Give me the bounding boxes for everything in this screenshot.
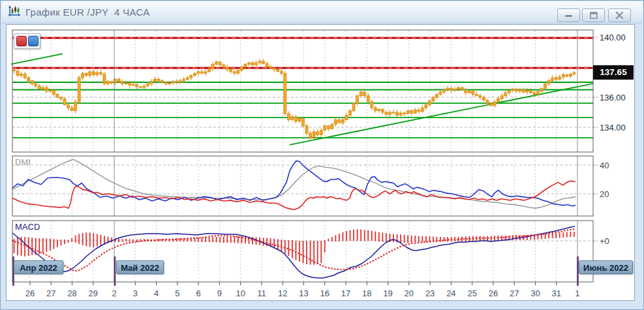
blue-marker-button[interactable] xyxy=(28,36,38,46)
x-axis-day-label: 6 xyxy=(189,288,207,298)
dmi-scale-label: 20 xyxy=(600,189,609,199)
x-axis-day-label: 30 xyxy=(526,288,544,298)
dmi-panel-label: DMI xyxy=(15,157,31,167)
x-axis-day-label: 24 xyxy=(442,288,460,298)
dmi-scale-label: 40 xyxy=(600,161,609,170)
x-axis-day-label: 20 xyxy=(400,288,418,298)
red-marker-button[interactable] xyxy=(16,36,27,46)
x-axis-day-label: 2 xyxy=(105,288,123,298)
x-axis-day-label: 31 xyxy=(547,288,566,298)
price-scale-label: 136.00 xyxy=(600,93,626,102)
x-axis-day-label: 29 xyxy=(84,288,102,298)
x-axis-day-label: 16 xyxy=(316,288,334,298)
chart-window: График EUR /JPY 4 ЧАСА 140.00136.00134.0… xyxy=(0,0,644,310)
x-axis-day-label: 13 xyxy=(294,288,313,298)
month-label-april: Апр 2022 xyxy=(14,260,63,274)
month-label-may: Май 2022 xyxy=(116,260,164,274)
x-axis-day-label: 17 xyxy=(337,288,355,298)
x-axis-day-label: 26 xyxy=(484,288,502,298)
x-axis-day-label: 23 xyxy=(421,288,439,298)
macd-panel-label: MACD xyxy=(15,222,40,232)
x-axis-day-label: 4 xyxy=(147,288,166,298)
x-axis-day-label: 3 xyxy=(126,288,144,298)
x-axis-day-label: 1 xyxy=(568,288,587,298)
x-axis-day-label: 25 xyxy=(463,288,482,298)
x-axis-day-label: 19 xyxy=(379,288,397,298)
x-axis-day-label: 18 xyxy=(358,288,376,298)
x-axis-day-label: 26 xyxy=(21,288,39,298)
x-axis-day-label: 11 xyxy=(253,288,271,298)
price-scale-label: 134.00 xyxy=(600,123,626,132)
x-axis-day-label: 27 xyxy=(42,288,60,298)
current-price-badge: 137.65 xyxy=(593,65,634,80)
x-axis-day-label: 9 xyxy=(210,288,228,298)
x-axis-day-label: 5 xyxy=(168,288,187,298)
marker-toolbar xyxy=(14,33,40,49)
macd-scale-label: +0 xyxy=(600,236,609,246)
month-label-june: Июнь 2022 xyxy=(579,260,633,274)
price-scale-label: 140.00 xyxy=(600,33,626,42)
x-axis-day-label: 27 xyxy=(505,288,523,298)
x-axis-day-label: 10 xyxy=(232,288,250,298)
x-axis-day-label: 12 xyxy=(273,288,292,298)
x-axis-day-label: 28 xyxy=(63,288,82,298)
